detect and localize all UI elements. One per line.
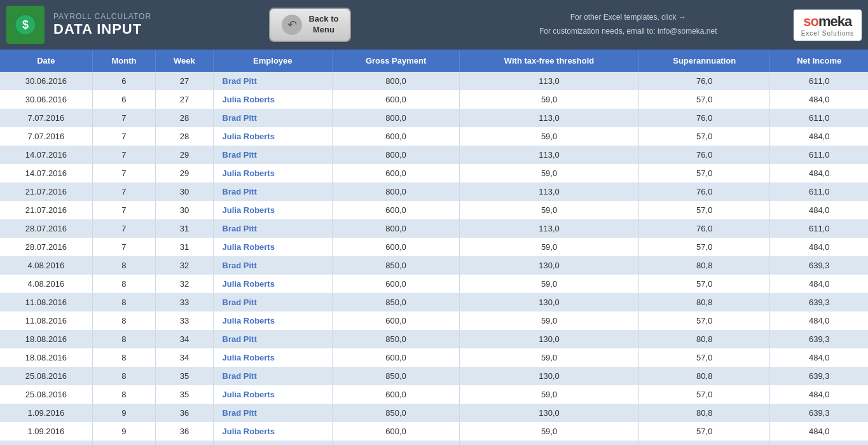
cell-11-4: 600,0 [333,275,460,293]
cell-18-7: 639,3 [770,404,868,422]
cell-19-3: Julia Roberts [213,422,333,441]
cell-18-0: 1.09.2016 [0,404,92,422]
cell-18-1: 9 [92,404,156,422]
cell-16-7: 639,3 [770,367,868,385]
cell-2-7: 611,0 [770,109,868,127]
cell-10-7: 639,3 [770,256,868,275]
cell-11-1: 8 [92,275,156,293]
cell-2-0: 7.07.2016 [0,109,92,127]
cell-20-7: 639,3 [770,441,868,445]
cell-1-1: 6 [92,90,156,109]
cell-20-4: 850,0 [333,441,460,445]
table-row: 21.07.2016730Brad Pitt800,0113,076,0611,… [0,182,868,201]
cell-3-1: 7 [92,127,156,146]
cell-2-4: 800,0 [333,109,460,127]
cell-10-3: Brad Pitt [213,256,333,275]
cell-19-2: 36 [156,422,213,441]
cell-12-7: 639,3 [770,293,868,312]
cell-3-4: 600,0 [333,127,460,146]
cell-10-6: 80,8 [639,256,770,275]
cell-18-4: 850,0 [333,404,460,422]
cell-20-0: 8.09.2016 [0,441,92,445]
cell-15-0: 18.08.2016 [0,348,92,367]
col-month: Month [92,50,156,72]
cell-11-5: 59,0 [460,275,639,293]
cell-2-1: 7 [92,109,156,127]
cell-19-1: 9 [92,422,156,441]
cell-6-7: 611,0 [770,182,868,201]
cell-6-4: 800,0 [333,182,460,201]
cell-3-2: 28 [156,127,213,146]
col-week: Week [156,50,213,72]
cell-9-5: 59,0 [460,238,639,256]
cell-9-3: Julia Roberts [213,238,333,256]
cell-0-0: 30.06.2016 [0,72,92,90]
table-row: 28.07.2016731Brad Pitt800,0113,076,0611,… [0,219,868,238]
cell-16-3: Brad Pitt [213,367,333,385]
cell-10-0: 4.08.2016 [0,256,92,275]
app-logo: $ [6,6,45,44]
cell-15-4: 600,0 [333,348,460,367]
data-table-container[interactable]: Date Month Week Employee Gross Payment W… [0,50,868,445]
cell-6-6: 76,0 [639,182,770,201]
cell-18-6: 80,8 [639,404,770,422]
cell-0-6: 76,0 [639,72,770,90]
cell-14-1: 8 [92,330,156,348]
header: $ PAYROLL CALCULATOR DATA INPUT ↶ Back t… [0,0,868,50]
back-button-label: Back toMenu [308,14,338,36]
cell-12-6: 80,8 [639,293,770,312]
table-row: 1.09.2016936Brad Pitt850,0130,080,8639,3 [0,404,868,422]
cell-14-4: 850,0 [333,330,460,348]
table-row: 18.08.2016834Brad Pitt850,0130,080,8639,… [0,330,868,348]
cell-9-4: 600,0 [333,238,460,256]
cell-9-0: 28.07.2016 [0,238,92,256]
cell-20-6: 80,8 [639,441,770,445]
cell-2-3: Brad Pitt [213,109,333,127]
cell-8-4: 800,0 [333,219,460,238]
cell-14-0: 18.08.2016 [0,330,92,348]
cell-3-3: Julia Roberts [213,127,333,146]
cell-5-1: 7 [92,164,156,182]
table-row: 30.06.2016627Julia Roberts600,059,057,04… [0,90,868,109]
cell-17-6: 57,0 [639,385,770,404]
cell-19-6: 57,0 [639,422,770,441]
cell-19-4: 600,0 [333,422,460,441]
cell-11-7: 484,0 [770,275,868,293]
cell-15-6: 57,0 [639,348,770,367]
cell-8-3: Brad Pitt [213,219,333,238]
cell-7-6: 57,0 [639,201,770,219]
cell-9-2: 31 [156,238,213,256]
header-center: ↶ Back toMenu [151,8,469,42]
cell-14-5: 130,0 [460,330,639,348]
payroll-table: Date Month Week Employee Gross Payment W… [0,50,868,445]
section-title: DATA INPUT [53,21,151,38]
cell-15-2: 34 [156,348,213,367]
cell-19-7: 484,0 [770,422,868,441]
cell-17-4: 600,0 [333,385,460,404]
cell-3-7: 484,0 [770,127,868,146]
col-superannuation: Superannuation [639,50,770,72]
table-header-row: Date Month Week Employee Gross Payment W… [0,50,868,72]
cell-15-1: 8 [92,348,156,367]
cell-0-3: Brad Pitt [213,72,333,90]
back-to-menu-button[interactable]: ↶ Back toMenu [269,8,351,42]
cell-9-6: 57,0 [639,238,770,256]
cell-20-1: 9 [92,441,156,445]
cell-7-0: 21.07.2016 [0,201,92,219]
cell-12-5: 130,0 [460,293,639,312]
cell-7-2: 30 [156,201,213,219]
cell-10-2: 32 [156,256,213,275]
table-row: 7.07.2016728Brad Pitt800,0113,076,0611,0 [0,109,868,127]
brand-name: someka [801,13,854,30]
cell-12-0: 11.08.2016 [0,293,92,312]
cell-7-4: 600,0 [333,201,460,219]
cell-19-0: 1.09.2016 [0,422,92,441]
cell-4-4: 800,0 [333,146,460,164]
cell-11-0: 4.08.2016 [0,275,92,293]
cell-5-5: 59,0 [460,164,639,182]
col-date: Date [0,50,92,72]
cell-16-5: 130,0 [460,367,639,385]
cell-5-3: Julia Roberts [213,164,333,182]
col-employee: Employee [213,50,333,72]
cell-7-1: 7 [92,201,156,219]
